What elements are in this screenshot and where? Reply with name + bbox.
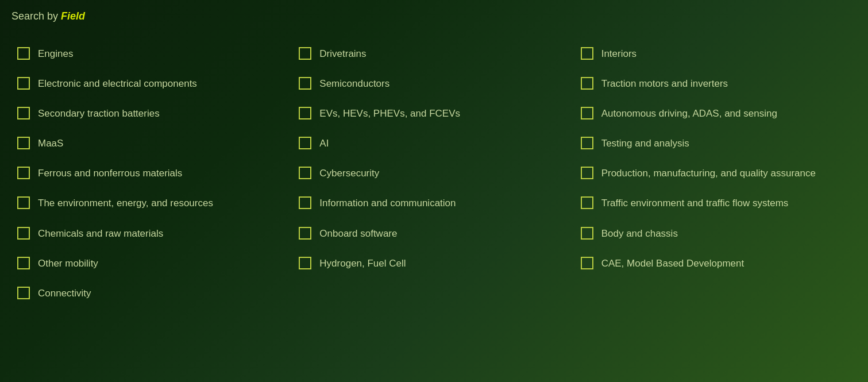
checkbox-engines[interactable] [17, 47, 30, 60]
label-connectivity: Connectivity [38, 286, 91, 300]
label-secondary-traction: Secondary traction batteries [38, 106, 160, 120]
field-item-electronic-electrical[interactable]: Electronic and electrical components [11, 68, 293, 98]
checkbox-other-mobility[interactable] [17, 257, 30, 269]
checkbox-body-chassis[interactable] [581, 227, 593, 240]
field-item-body-chassis[interactable]: Body and chassis [575, 218, 857, 248]
label-production: Production, manufacturing, and quality a… [601, 166, 816, 180]
checkbox-interiors[interactable] [581, 47, 593, 60]
checkbox-semiconductors[interactable] [299, 77, 311, 90]
checkbox-traction-motors[interactable] [581, 77, 593, 90]
checkbox-connectivity[interactable] [17, 287, 30, 299]
field-item-semiconductors[interactable]: Semiconductors [293, 68, 574, 98]
label-onboard-software: Onboard software [319, 226, 397, 240]
checkbox-drivetrains[interactable] [299, 47, 311, 60]
checkbox-maas[interactable] [17, 137, 30, 149]
checkbox-hydrogen[interactable] [299, 257, 311, 269]
label-cybersecurity: Cybersecurity [319, 166, 379, 180]
label-electronic-electrical: Electronic and electrical components [38, 76, 197, 90]
label-drivetrains: Drivetrains [319, 47, 366, 60]
field-item-autonomous[interactable]: Autonomous driving, ADAS, and sensing [575, 98, 857, 128]
page-header: Search by Field [11, 10, 857, 22]
checkbox-onboard-software[interactable] [299, 227, 311, 240]
field-item-testing[interactable]: Testing and analysis [575, 128, 857, 158]
checkbox-autonomous[interactable] [581, 107, 593, 119]
checkbox-secondary-traction[interactable] [17, 107, 30, 119]
field-item-cae[interactable]: CAE, Model Based Development [575, 248, 857, 278]
field-item-maas[interactable]: MaaS [11, 128, 293, 158]
label-other-mobility: Other mobility [38, 256, 98, 270]
label-environment-energy: The environment, energy, and resources [38, 196, 213, 210]
label-ai: AI [319, 136, 329, 150]
field-item-environment-energy[interactable]: The environment, energy, and resources [11, 188, 293, 218]
checkbox-chemicals[interactable] [17, 227, 30, 240]
field-item-cybersecurity[interactable]: Cybersecurity [293, 158, 574, 188]
label-ferrous: Ferrous and nonferrous materials [38, 166, 182, 180]
field-item-ferrous[interactable]: Ferrous and nonferrous materials [11, 158, 293, 188]
column-3: InteriorsTraction motors and invertersAu… [575, 38, 857, 308]
label-info-communication: Information and communication [319, 196, 456, 210]
fields-grid: EnginesElectronic and electrical compone… [11, 38, 857, 308]
field-item-ai[interactable]: AI [293, 128, 574, 158]
field-item-traction-motors[interactable]: Traction motors and inverters [575, 68, 857, 98]
field-item-other-mobility[interactable]: Other mobility [11, 248, 293, 278]
field-item-traffic[interactable]: Traffic environment and traffic flow sys… [575, 188, 857, 218]
checkbox-evs-hevs[interactable] [299, 107, 311, 119]
field-item-secondary-traction[interactable]: Secondary traction batteries [11, 98, 293, 128]
label-hydrogen: Hydrogen, Fuel Cell [319, 256, 406, 270]
field-item-chemicals[interactable]: Chemicals and raw materials [11, 218, 293, 248]
checkbox-ferrous[interactable] [17, 167, 30, 179]
label-traction-motors: Traction motors and inverters [601, 76, 728, 90]
label-autonomous: Autonomous driving, ADAS, and sensing [601, 106, 777, 120]
checkbox-traffic[interactable] [581, 196, 593, 209]
column-1: EnginesElectronic and electrical compone… [11, 38, 293, 308]
field-item-hydrogen[interactable]: Hydrogen, Fuel Cell [293, 248, 574, 278]
checkbox-testing[interactable] [581, 137, 593, 149]
checkbox-production[interactable] [581, 167, 593, 179]
field-item-engines[interactable]: Engines [11, 38, 293, 68]
checkbox-cybersecurity[interactable] [299, 167, 311, 179]
label-cae: CAE, Model Based Development [601, 256, 744, 270]
label-body-chassis: Body and chassis [601, 226, 678, 240]
field-item-interiors[interactable]: Interiors [575, 38, 857, 68]
label-traffic: Traffic environment and traffic flow sys… [601, 196, 789, 210]
field-item-onboard-software[interactable]: Onboard software [293, 218, 574, 248]
checkbox-ai[interactable] [299, 137, 311, 149]
checkbox-environment-energy[interactable] [17, 196, 30, 209]
checkbox-electronic-electrical[interactable] [17, 77, 30, 90]
label-semiconductors: Semiconductors [319, 76, 389, 90]
column-2: DrivetrainsSemiconductorsEVs, HEVs, PHEV… [293, 38, 574, 308]
label-evs-hevs: EVs, HEVs, PHEVs, and FCEVs [319, 106, 460, 120]
label-interiors: Interiors [601, 47, 636, 60]
checkbox-cae[interactable] [581, 257, 593, 269]
field-item-evs-hevs[interactable]: EVs, HEVs, PHEVs, and FCEVs [293, 98, 574, 128]
checkbox-info-communication[interactable] [299, 196, 311, 209]
label-maas: MaaS [38, 136, 63, 150]
label-chemicals: Chemicals and raw materials [38, 226, 163, 240]
field-item-production[interactable]: Production, manufacturing, and quality a… [575, 158, 857, 188]
field-item-connectivity[interactable]: Connectivity [11, 278, 293, 308]
label-engines: Engines [38, 47, 73, 60]
search-by-label: Search by Field [11, 10, 85, 22]
field-item-info-communication[interactable]: Information and communication [293, 188, 574, 218]
field-item-drivetrains[interactable]: Drivetrains [293, 38, 574, 68]
label-testing: Testing and analysis [601, 136, 689, 150]
